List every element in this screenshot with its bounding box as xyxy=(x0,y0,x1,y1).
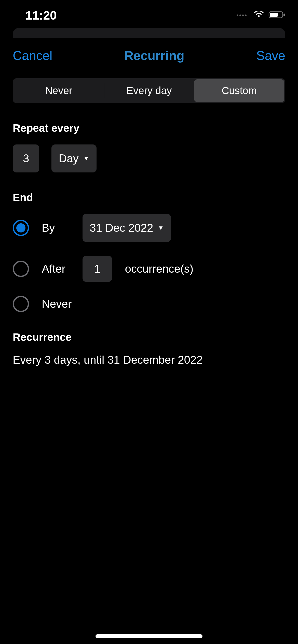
repeat-every-section: Repeat every 3 Day ▼ xyxy=(13,122,285,172)
end-label: End xyxy=(13,192,285,204)
cancel-button[interactable]: Cancel xyxy=(13,48,52,63)
tab-never[interactable]: Never xyxy=(14,79,104,102)
battery-icon xyxy=(268,11,285,20)
save-button[interactable]: Save xyxy=(256,48,285,63)
recurrence-label: Recurrence xyxy=(13,331,285,343)
repeat-every-label: Repeat every xyxy=(13,122,285,134)
recurrence-summary-section: Recurrence Every 3 days, until 31 Decemb… xyxy=(13,331,285,366)
end-after-radio[interactable] xyxy=(13,261,29,277)
end-by-radio[interactable] xyxy=(13,220,29,236)
end-after-label: After xyxy=(42,262,70,275)
end-section: End By 31 Dec 2022 ▼ After 1 occurrence(… xyxy=(13,192,285,312)
chevron-down-icon: ▼ xyxy=(158,224,164,231)
status-indicators xyxy=(237,11,285,20)
background-sheet-peek xyxy=(13,28,285,38)
end-by-row: By 31 Dec 2022 ▼ xyxy=(13,214,285,242)
repeat-unit-value: Day xyxy=(59,152,78,165)
end-by-label: By xyxy=(42,222,70,234)
end-never-label: Never xyxy=(42,298,72,310)
end-after-suffix: occurrence(s) xyxy=(125,262,193,275)
end-by-date-value: 31 Dec 2022 xyxy=(90,222,153,234)
modal-sheet: Cancel Recurring Save Never Every day Cu… xyxy=(0,38,298,641)
recurrence-summary-text: Every 3 days, until 31 December 2022 xyxy=(13,354,285,366)
recurrence-mode-tabs: Never Every day Custom xyxy=(13,78,285,103)
wifi-icon xyxy=(253,11,264,20)
svg-rect-2 xyxy=(283,13,285,16)
sheet-title: Recurring xyxy=(124,48,184,63)
tab-custom[interactable]: Custom xyxy=(194,79,284,102)
end-never-radio[interactable] xyxy=(13,296,29,312)
tab-every-day[interactable]: Every day xyxy=(104,79,194,102)
end-after-row: After 1 occurrence(s) xyxy=(13,256,285,282)
end-by-date-select[interactable]: 31 Dec 2022 ▼ xyxy=(83,214,171,242)
status-bar: 11:20 xyxy=(0,0,298,28)
repeat-unit-select[interactable]: Day ▼ xyxy=(51,144,96,172)
cellular-dots-icon xyxy=(237,14,247,16)
sheet-header: Cancel Recurring Save xyxy=(13,48,285,63)
status-time: 11:20 xyxy=(25,8,57,22)
end-after-count-input[interactable]: 1 xyxy=(83,256,112,282)
svg-rect-1 xyxy=(270,13,278,17)
repeat-interval-input[interactable]: 3 xyxy=(13,144,39,172)
chevron-down-icon: ▼ xyxy=(83,155,89,162)
end-never-row: Never xyxy=(13,296,285,312)
home-indicator[interactable] xyxy=(96,634,202,638)
